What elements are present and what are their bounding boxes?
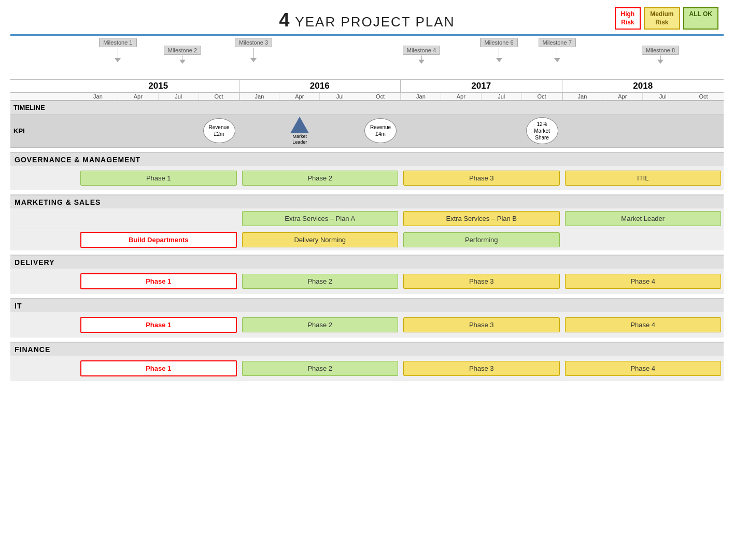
delivery-title: DELIVERY bbox=[10, 255, 724, 269]
milestone-3: Milestone 3 bbox=[233, 38, 274, 62]
legend: HighRisk MediumRisk ALL OK bbox=[615, 7, 718, 30]
kpi-revenue-4m: Revenue£4m bbox=[360, 118, 401, 143]
month-jul-2018: Jul bbox=[643, 93, 683, 100]
gov-phase1-cell: Phase 1 bbox=[78, 168, 239, 188]
gov-itil-cell: ITIL bbox=[562, 168, 724, 188]
title-bold: 4 bbox=[279, 9, 291, 31]
kpi-revenue-2m: Revenue£2m bbox=[199, 118, 239, 143]
month-apr-2016: Apr bbox=[279, 93, 320, 100]
year-month-header: 2015 2016 2017 2018 bbox=[10, 79, 724, 93]
del-phase4-cell: Phase 4 bbox=[562, 271, 724, 291]
it-phase3: Phase 3 bbox=[403, 317, 560, 332]
kpi-market-share: 12%MarketShare bbox=[522, 117, 562, 144]
it-phase2-cell: Phase 2 bbox=[239, 315, 401, 335]
del-phase2-cell: Phase 2 bbox=[239, 271, 401, 291]
delivery-section: DELIVERY Phase 1 Phase 2 Phase 3 Phase 4 bbox=[10, 255, 724, 294]
milestone-2-label: Milestone 2 bbox=[164, 46, 201, 55]
milestone-2: Milestone 2 bbox=[162, 46, 203, 64]
milestone-7: Milestone 7 bbox=[537, 38, 578, 62]
month-apr-2017: Apr bbox=[441, 93, 482, 100]
del-phase1-cell: Phase 1 bbox=[78, 271, 239, 292]
it-phase4-cell: Phase 4 bbox=[562, 315, 724, 335]
timeline-label: TIMELINE bbox=[10, 104, 78, 111]
mkt-delivery-norming-cell: Delivery Norming bbox=[239, 230, 401, 250]
fin-phase4: Phase 4 bbox=[565, 361, 722, 376]
timeline-row: TIMELINE bbox=[10, 101, 724, 115]
page: 4 YEAR PROJECT PLAN HighRisk MediumRisk … bbox=[0, 0, 734, 560]
year-2015: 2015 bbox=[78, 80, 239, 92]
delivery-rows: Phase 1 Phase 2 Phase 3 Phase 4 bbox=[10, 269, 724, 294]
del-phase1: Phase 1 bbox=[80, 273, 237, 289]
gov-itil: ITIL bbox=[565, 171, 722, 186]
title-rest: YEAR PROJECT PLAN bbox=[291, 14, 455, 30]
governance-section: GOVERNANCE & MANAGEMENT Phase 1 Phase 2 … bbox=[10, 152, 724, 190]
del-phase3: Phase 3 bbox=[403, 274, 560, 289]
mkt-plan-b-cell: Extra Services – Plan B bbox=[401, 208, 562, 229]
mkt-market-leader: Market Leader bbox=[565, 211, 722, 226]
kpi-market-leader: MarketLeader bbox=[279, 117, 320, 145]
month-jul-2016: Jul bbox=[320, 93, 360, 100]
gov-phase3: Phase 3 bbox=[403, 171, 560, 186]
header-divider bbox=[10, 34, 724, 36]
gov-phase2-cell: Phase 2 bbox=[239, 168, 401, 188]
fin-phase3-cell: Phase 3 bbox=[401, 358, 562, 379]
mkt-market-leader-cell: Market Leader bbox=[562, 208, 724, 229]
milestone-8: Milestone 8 bbox=[640, 46, 681, 64]
month-jul-2015: Jul bbox=[159, 93, 199, 100]
month-oct-2015: Oct bbox=[199, 93, 239, 100]
marketing-section: MARKETING & SALES Extra Services – Plan … bbox=[10, 194, 724, 250]
del-phase4: Phase 4 bbox=[565, 274, 722, 289]
milestone-1: Milestone 1 bbox=[97, 38, 138, 62]
month-jan-2016: Jan bbox=[239, 93, 280, 100]
it-phase3-cell: Phase 3 bbox=[401, 315, 562, 335]
kpi-row: KPI Revenue£2m MarketLeader Revenue£4m 1… bbox=[10, 115, 724, 148]
fin-phase2: Phase 2 bbox=[242, 361, 399, 376]
fin-phase4-cell: Phase 4 bbox=[562, 358, 724, 379]
governance-title: GOVERNANCE & MANAGEMENT bbox=[10, 152, 724, 166]
mkt-plan-a: Extra Services – Plan A bbox=[242, 211, 399, 226]
legend-all-ok: ALL OK bbox=[683, 7, 718, 30]
month-jan-2017: Jan bbox=[401, 93, 441, 100]
milestone-4-label: Milestone 4 bbox=[403, 46, 440, 55]
del-phase2: Phase 2 bbox=[242, 274, 399, 289]
milestone-6-label: Milestone 6 bbox=[480, 38, 517, 47]
milestone-4: Milestone 4 bbox=[401, 46, 442, 64]
it-phase2: Phase 2 bbox=[242, 317, 399, 332]
mkt-plan-a-cell: Extra Services – Plan A bbox=[239, 208, 401, 229]
milestone-8-label: Milestone 8 bbox=[642, 46, 679, 55]
month-jan-2015: Jan bbox=[78, 93, 118, 100]
gov-phase2: Phase 2 bbox=[242, 171, 399, 186]
month-oct-2016: Oct bbox=[360, 93, 401, 100]
month-apr-2015: Apr bbox=[118, 93, 159, 100]
legend-medium-risk: MediumRisk bbox=[644, 7, 680, 30]
month-jan-2018: Jan bbox=[562, 93, 603, 100]
mkt-build-dept-cell: Build Departments bbox=[78, 229, 239, 250]
finance-section: FINANCE Phase 1 Phase 2 Phase 3 Phase 4 bbox=[10, 342, 724, 381]
fin-phase2-cell: Phase 2 bbox=[239, 358, 401, 379]
mkt-plan-b: Extra Services – Plan B bbox=[403, 211, 560, 226]
finance-title: FINANCE bbox=[10, 342, 724, 356]
mkt-performing: Performing bbox=[403, 232, 560, 247]
it-phase1-cell: Phase 1 bbox=[78, 314, 239, 335]
marketing-title: MARKETING & SALES bbox=[10, 194, 724, 208]
it-phase1: Phase 1 bbox=[80, 317, 237, 333]
month-oct-2018: Oct bbox=[683, 93, 724, 100]
finance-rows: Phase 1 Phase 2 Phase 3 Phase 4 bbox=[10, 356, 724, 381]
fin-phase3: Phase 3 bbox=[403, 361, 560, 376]
legend-high-risk: HighRisk bbox=[615, 7, 641, 30]
it-title: IT bbox=[10, 298, 724, 312]
month-jul-2017: Jul bbox=[482, 93, 522, 100]
page-title: 4 YEAR PROJECT PLAN bbox=[279, 9, 455, 31]
fin-phase1-cell: Phase 1 bbox=[78, 358, 239, 379]
gov-phase1: Phase 1 bbox=[80, 171, 237, 186]
marketing-rows: Extra Services – Plan A Extra Services –… bbox=[10, 208, 724, 250]
mkt-performing-cell: Performing bbox=[401, 230, 562, 250]
fin-phase1: Phase 1 bbox=[80, 360, 237, 376]
header: 4 YEAR PROJECT PLAN HighRisk MediumRisk … bbox=[10, 5, 724, 33]
governance-rows: Phase 1 Phase 2 Phase 3 ITIL bbox=[10, 166, 724, 190]
year-2016: 2016 bbox=[239, 80, 401, 92]
it-rows: Phase 1 Phase 2 Phase 3 Phase 4 bbox=[10, 312, 724, 338]
milestones-area: Milestone 1 Milestone 2 Milestone 3 Mile… bbox=[10, 38, 724, 101]
milestone-7-label: Milestone 7 bbox=[539, 38, 576, 47]
it-phase4: Phase 4 bbox=[565, 317, 722, 332]
